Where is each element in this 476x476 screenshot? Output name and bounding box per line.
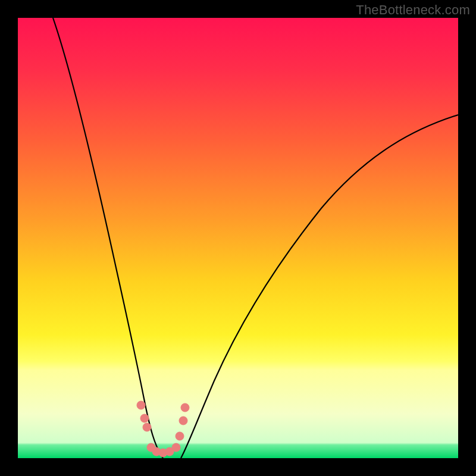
- right-curve: [181, 115, 458, 458]
- left-curve: [53, 18, 163, 458]
- watermark-text: TheBottleneck.com: [356, 2, 470, 18]
- svg-point-11: [181, 403, 189, 412]
- marker-dots: [137, 401, 189, 457]
- chart-frame: TheBottleneck.com: [0, 0, 476, 476]
- chart-curves: [18, 18, 458, 458]
- svg-point-10: [179, 416, 187, 425]
- svg-point-2: [140, 414, 149, 422]
- svg-point-3: [143, 423, 151, 431]
- svg-point-8: [172, 443, 180, 452]
- svg-point-1: [137, 401, 145, 409]
- plot-area: [18, 18, 458, 458]
- svg-point-9: [176, 432, 184, 440]
